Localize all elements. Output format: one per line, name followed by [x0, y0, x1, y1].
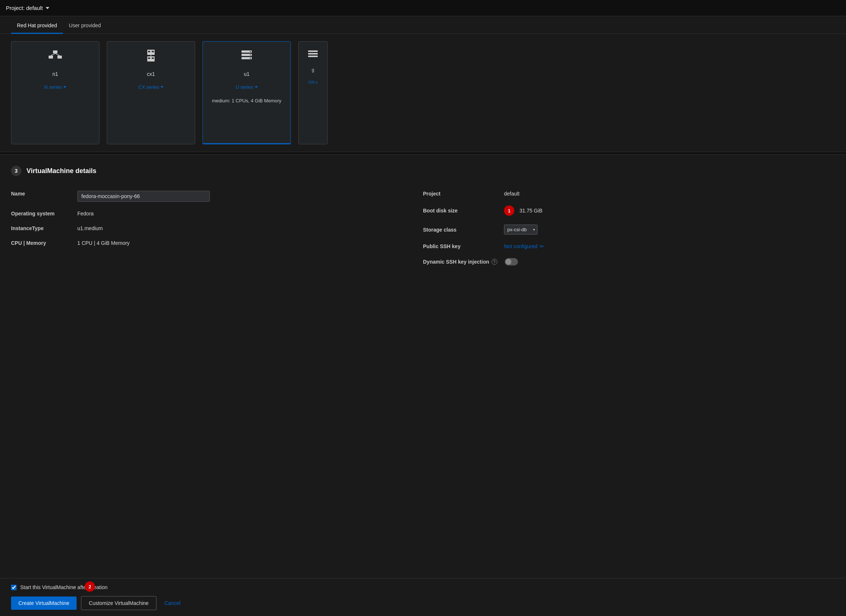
- svg-rect-9: [148, 57, 150, 59]
- boot-disk-badge-wrapper: 1: [504, 206, 516, 216]
- svg-rect-19: [308, 53, 318, 54]
- u1-name: u1: [244, 71, 250, 77]
- cpu-value: 1 CPU | 4 GiB Memory: [77, 240, 129, 246]
- section-title: VirtualMachine details: [26, 167, 97, 175]
- ssh-key-not-configured: Not configured: [504, 243, 538, 249]
- cx1-series-chevron: [160, 86, 163, 88]
- storage-class-select[interactable]: px-csi-db standard local: [507, 227, 534, 232]
- project-row: Project default: [423, 186, 835, 201]
- svg-rect-20: [308, 56, 318, 57]
- project-label: Project: [423, 191, 496, 197]
- vm-details-section: 3 VirtualMachine details Name Operating …: [0, 154, 846, 277]
- ssh-key-row: Public SSH key Not configured ✏: [423, 239, 835, 254]
- svg-point-17: [250, 58, 251, 59]
- create-vm-button[interactable]: Create VirtualMachine: [11, 597, 76, 610]
- svg-rect-10: [152, 57, 154, 59]
- n1-icon: [48, 49, 63, 67]
- section-number: 3: [11, 166, 21, 176]
- cx1-icon: [144, 49, 158, 67]
- svg-point-16: [250, 54, 251, 56]
- os-row: Operating system Fedora: [11, 206, 423, 221]
- project-selector[interactable]: Project: default: [6, 5, 49, 11]
- top-bar: Project: default: [0, 0, 846, 16]
- tab-user-provided[interactable]: User provided: [63, 18, 107, 34]
- section-divider: [0, 152, 846, 154]
- detail-left: Name Operating system Fedora InstanceTyp…: [11, 186, 423, 270]
- gn-series[interactable]: GN s: [308, 80, 317, 84]
- storage-class-value: px-csi-db standard local ▾: [504, 225, 538, 235]
- tab-redhat-provided[interactable]: Red Hat provided: [11, 18, 63, 34]
- page-wrapper: Project: default Red Hat provided User p…: [0, 0, 846, 616]
- name-row: Name: [11, 186, 423, 206]
- instance-card-n1[interactable]: n1 N series: [11, 41, 99, 144]
- cx1-series[interactable]: CX series: [138, 84, 163, 90]
- ssh-injection-info-icon[interactable]: ?: [492, 259, 497, 265]
- svg-line-4: [55, 53, 60, 56]
- start-vm-row: Start this VirtualMachine after creation…: [11, 584, 835, 590]
- storage-class-label: Storage class: [423, 227, 496, 233]
- storage-select-wrapper: px-csi-db standard local ▾: [504, 225, 538, 235]
- instance-card-gn-partial[interactable]: g GN s: [298, 41, 328, 144]
- annotation-badge-2: 2: [85, 581, 95, 592]
- ssh-key-label: Public SSH key: [423, 243, 496, 249]
- svg-rect-8: [152, 51, 154, 52]
- os-value: Fedora: [77, 210, 94, 216]
- detail-right: Project default Boot disk size 1 31.75 G…: [423, 186, 835, 270]
- gn-inner: g GN s: [298, 42, 327, 92]
- n1-name: n1: [52, 71, 58, 77]
- boot-disk-label: Boot disk size: [423, 208, 496, 213]
- annotation-badge-1: 1: [504, 206, 514, 216]
- ssh-injection-row: Dynamic SSH key injection ?: [423, 254, 835, 270]
- gn-name: g: [312, 68, 314, 72]
- project-value: default: [504, 191, 520, 197]
- cpu-row: CPU | Memory 1 CPU | 4 GiB Memory: [11, 236, 423, 250]
- n1-series[interactable]: N series: [44, 84, 66, 90]
- start-vm-checkbox[interactable]: [11, 585, 16, 590]
- boot-disk-value-wrapper: 1 31.75 GiB: [504, 206, 542, 216]
- action-buttons: Create VirtualMachine Customize VirtualM…: [11, 596, 835, 610]
- ssh-key-edit-icon[interactable]: ✏: [540, 243, 544, 249]
- section-header: 3 VirtualMachine details: [11, 166, 835, 176]
- instance-card-u1[interactable]: u1 U series medium: 1 CPUs, 4 GiB Memory: [203, 41, 291, 144]
- svg-rect-1: [48, 56, 53, 59]
- u1-icon: [239, 49, 254, 67]
- ssh-injection-toggle[interactable]: [505, 258, 518, 266]
- svg-point-15: [250, 51, 251, 52]
- customize-vm-button[interactable]: Customize VirtualMachine: [81, 596, 156, 610]
- ssh-injection-toggle-wrapper: [505, 258, 518, 266]
- svg-line-3: [51, 53, 55, 56]
- instancetype-row: InstanceType u1.medium: [11, 221, 423, 236]
- boot-disk-row: Boot disk size 1 31.75 GiB: [423, 201, 835, 220]
- details-grid: Name Operating system Fedora InstanceTyp…: [11, 186, 835, 270]
- name-input[interactable]: [77, 191, 210, 202]
- os-label: Operating system: [11, 210, 70, 216]
- bottom-bar: Start this VirtualMachine after creation…: [0, 578, 846, 616]
- gn-icon: [307, 49, 319, 63]
- name-label: Name: [11, 191, 70, 197]
- instance-card-cx1[interactable]: cx1 CX series: [107, 41, 195, 144]
- project-chevron-icon: [46, 7, 49, 9]
- u1-series[interactable]: U series: [236, 84, 258, 90]
- tabs-bar: Red Hat provided User provided: [0, 16, 846, 34]
- ssh-injection-label: Dynamic SSH key injection ?: [423, 259, 497, 265]
- name-value: [77, 191, 210, 202]
- cancel-button[interactable]: Cancel: [161, 597, 184, 610]
- cpu-label: CPU | Memory: [11, 240, 70, 246]
- svg-rect-7: [148, 51, 150, 52]
- n1-series-chevron: [63, 86, 66, 88]
- boot-disk-value: 31.75 GiB: [520, 208, 542, 213]
- project-title: Project: default: [6, 5, 43, 11]
- cx1-name: cx1: [147, 71, 155, 77]
- ssh-key-value[interactable]: Not configured ✏: [504, 243, 544, 249]
- instance-type-cards: n1 N series: [0, 34, 846, 152]
- u1-detail: medium: 1 CPUs, 4 GiB Memory: [212, 97, 282, 104]
- svg-rect-2: [57, 56, 62, 59]
- main-content: n1 N series: [0, 34, 846, 578]
- toggle-knob: [505, 259, 511, 265]
- instancetype-label: InstanceType: [11, 225, 70, 231]
- svg-rect-18: [308, 50, 318, 52]
- svg-rect-0: [53, 50, 57, 53]
- storage-class-row: Storage class px-csi-db standard local ▾: [423, 220, 835, 239]
- instancetype-value: u1.medium: [77, 225, 103, 231]
- u1-series-chevron: [255, 86, 258, 88]
